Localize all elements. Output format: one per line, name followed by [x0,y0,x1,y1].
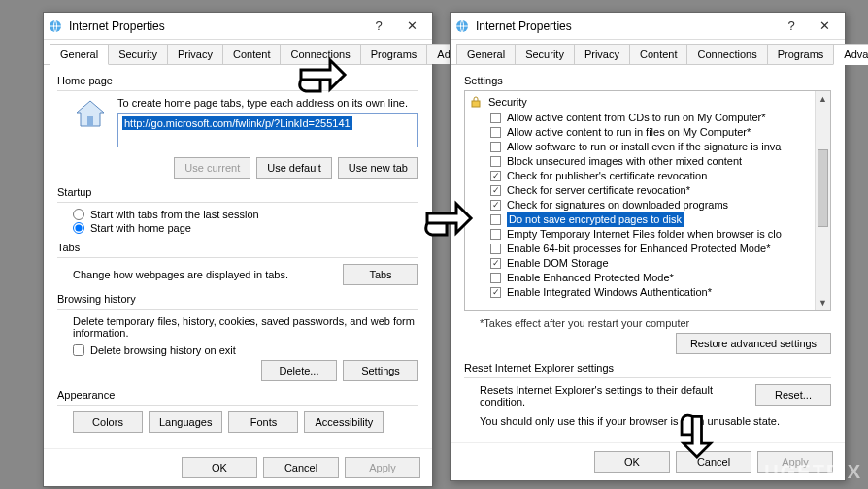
tab-general[interactable]: General [456,44,516,64]
tree-item[interactable]: ✓Check for publisher's certificate revoc… [469,169,830,183]
scroll-down-icon[interactable]: ▼ [816,295,830,310]
checkbox-icon[interactable] [490,244,501,254]
tab-connections[interactable]: Connections [686,44,767,64]
help-button[interactable]: ? [362,15,395,38]
watermark: UGETFIX [764,461,862,483]
group-settings: Settings Security Allow active content f… [464,75,831,354]
tree-node-security[interactable]: Security [469,93,830,111]
restore-advanced-button[interactable]: Restore advanced settings [676,333,831,354]
group-label: Tabs [57,242,418,253]
svg-rect-2 [87,116,93,126]
tree-item-label: Do not save encrypted pages to disk [507,212,684,227]
group-startup: Startup Start with tabs from the last se… [57,186,418,234]
settings-tree[interactable]: Security Allow active content from CDs t… [464,90,831,311]
scroll-thumb[interactable] [818,149,828,227]
accessibility-button[interactable]: Accessibility [304,411,384,433]
checkbox-icon[interactable]: ✓ [490,171,501,181]
tab-security[interactable]: Security [108,44,168,64]
tab-privacy[interactable]: Privacy [574,44,630,64]
tree-item[interactable]: ✓Check for server certificate revocation… [469,183,830,198]
group-homepage: Home page To create home page tabs, type… [57,75,418,179]
tree-item-label: Check for signatures on downloaded progr… [507,198,728,212]
group-tabs: Tabs Change how webpages are displayed i… [57,242,418,285]
check-delete-on-exit[interactable]: Delete browsing history on exit [73,344,418,356]
fonts-button[interactable]: Fonts [228,411,298,433]
scrollbar[interactable]: ▲ ▼ [815,91,830,310]
history-settings-button[interactable]: Settings [343,360,418,381]
tree-item[interactable]: Block unsecured images with other mixed … [469,154,830,169]
checkbox-icon[interactable] [490,156,501,167]
checkbox-icon[interactable]: ✓ [490,258,501,269]
checkbox-icon[interactable] [490,273,501,283]
help-button[interactable]: ? [775,15,808,38]
delete-button[interactable]: Delete... [261,360,337,381]
group-label: Startup [57,186,418,198]
close-button[interactable]: ✕ [808,15,841,38]
tab-connections[interactable]: Connections [280,44,360,64]
tab-privacy[interactable]: Privacy [167,44,223,64]
checkbox-icon[interactable]: ✓ [490,200,501,211]
use-default-button[interactable]: Use default [256,157,332,179]
tree-item[interactable]: Empty Temporary Internet Files folder wh… [469,227,830,242]
tree-item-label: Allow active content from CDs to run on … [507,111,766,125]
titlebar[interactable]: Internet Properties ? ✕ [451,13,845,40]
tab-strip: General Security Privacy Content Connect… [451,40,845,64]
window-title: Internet Properties [69,19,362,33]
use-new-tab-button[interactable]: Use new tab [338,157,418,179]
tab-programs[interactable]: Programs [360,44,428,64]
internet-properties-general: Internet Properties ? ✕ General Security… [43,12,433,487]
cancel-button[interactable]: Cancel [263,457,339,478]
group-history: Browsing history Delete temporary files,… [57,293,418,381]
system-icon [454,18,470,34]
group-reset: Reset Internet Explorer settings Resets … [464,362,831,427]
group-label: Appearance [57,389,418,401]
colors-button[interactable]: Colors [73,411,143,433]
reset-button[interactable]: Reset... [755,384,831,406]
tree-item[interactable]: ✓Enable Integrated Windows Authenticatio… [469,285,830,300]
checkbox-icon[interactable] [490,127,501,138]
checkbox-icon[interactable] [490,214,501,225]
tab-security[interactable]: Security [515,44,575,64]
close-button[interactable]: ✕ [395,15,428,38]
tree-item[interactable]: ✓Enable DOM Storage [469,256,830,271]
tab-content[interactable]: Content [222,44,282,64]
tabs-button[interactable]: Tabs [343,264,418,285]
tab-general[interactable]: General [50,44,109,65]
checkbox-icon[interactable]: ✓ [490,185,501,196]
radio-start-last[interactable]: Start with tabs from the last session [73,209,418,220]
tree-item-label: Allow software to run or install even if… [507,140,781,154]
checkbox-icon[interactable] [490,229,501,240]
tab-body: Home page To create home page tabs, type… [44,64,432,448]
tree-item[interactable]: Allow active content from CDs to run on … [469,111,830,125]
use-current-button[interactable]: Use current [174,157,250,179]
titlebar[interactable]: Internet Properties ? ✕ [44,13,432,40]
homepage-input[interactable]: http://go.microsoft.com/fwlink/p/?LinkId… [117,113,418,147]
tab-content[interactable]: Content [629,44,688,64]
checkbox-icon[interactable] [490,142,501,152]
tree-item-label: Enable 64-bit processes for Enhanced Pro… [507,242,771,256]
scroll-up-icon[interactable]: ▲ [816,91,830,107]
svg-rect-4 [472,101,480,107]
cancel-button[interactable]: Cancel [676,451,751,473]
tree-item[interactable]: Enable 64-bit processes for Enhanced Pro… [469,242,830,256]
group-label: Home page [57,75,418,86]
checkbox-icon[interactable]: ✓ [490,287,501,298]
group-label: Settings [464,75,831,86]
tree-item[interactable]: Allow software to run or install even if… [469,140,830,154]
tree-item[interactable]: Allow active content to run in files on … [469,125,830,140]
checkbox-icon[interactable] [490,113,501,123]
radio-start-home[interactable]: Start with home page [73,222,418,234]
tree-item[interactable]: ✓Check for signatures on downloaded prog… [469,198,830,212]
languages-button[interactable]: Languages [149,411,222,433]
tab-advanced[interactable]: Advanced [833,44,868,65]
ok-button[interactable]: OK [594,451,670,473]
tree-item[interactable]: Do not save encrypted pages to disk [469,212,830,227]
tree-item-label: Check for server certificate revocation* [507,183,690,198]
ok-button[interactable]: OK [182,457,257,478]
tabs-text: Change how webpages are displayed in tab… [73,269,333,280]
tab-programs[interactable]: Programs [767,44,835,64]
tree-item[interactable]: Enable Enhanced Protected Mode* [469,271,830,285]
apply-button[interactable]: Apply [345,457,420,478]
tree-item-label: Enable DOM Storage [507,256,609,271]
tree-item-label: Check for publisher's certificate revoca… [507,169,707,183]
